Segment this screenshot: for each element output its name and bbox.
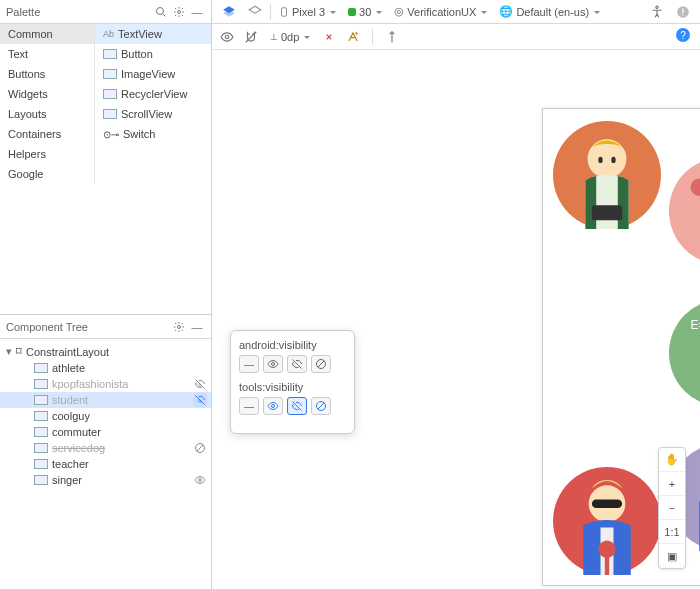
palette-body: Common Text Buttons Widgets Layouts Cont… bbox=[0, 24, 211, 184]
avatar-teacher[interactable]: E=mc²✦ bbox=[669, 299, 700, 407]
category-widgets[interactable]: Widgets bbox=[0, 84, 94, 104]
gear-icon[interactable] bbox=[171, 319, 187, 335]
tree-label: commuter bbox=[52, 426, 205, 438]
device-name: Pixel 3 bbox=[292, 6, 325, 18]
category-google[interactable]: Google bbox=[0, 164, 94, 184]
design-canvas[interactable]: 🔧 E=mc²✦ bbox=[212, 50, 700, 589]
widget-textview[interactable]: AbTextView bbox=[95, 24, 211, 44]
api-select[interactable]: 30 bbox=[344, 3, 386, 21]
gone-icon[interactable] bbox=[193, 441, 207, 455]
locale-select[interactable]: 🌐Default (en-us) bbox=[495, 3, 604, 21]
svg-point-55 bbox=[272, 405, 275, 408]
tree-label: coolguy bbox=[52, 410, 205, 422]
guidelines-icon[interactable] bbox=[383, 28, 401, 46]
category-containers[interactable]: Containers bbox=[0, 124, 94, 144]
category-layouts[interactable]: Layouts bbox=[0, 104, 94, 124]
tree-item-student[interactable]: student bbox=[0, 392, 211, 408]
accessibility-icon[interactable] bbox=[646, 3, 668, 21]
tree-root[interactable]: ▾ ⌑ ConstraintLayout bbox=[0, 343, 211, 360]
infer-constraints-icon[interactable] bbox=[344, 28, 362, 46]
tools-vis-invisible[interactable] bbox=[287, 397, 307, 415]
device-select[interactable]: Pixel 3 bbox=[275, 3, 340, 21]
zoom-frame-button[interactable]: ▣ bbox=[659, 544, 685, 568]
widget-label: ScrollView bbox=[121, 108, 172, 120]
palette-categories: Common Text Buttons Widgets Layouts Cont… bbox=[0, 24, 95, 184]
eye-off-icon[interactable] bbox=[193, 377, 207, 391]
magnet-icon[interactable] bbox=[242, 28, 260, 46]
eye-icon[interactable] bbox=[193, 473, 207, 487]
gear-icon[interactable] bbox=[171, 4, 187, 20]
component-tree-title: Component Tree bbox=[6, 321, 169, 333]
svg-point-31 bbox=[669, 299, 700, 407]
category-buttons[interactable]: Buttons bbox=[0, 64, 94, 84]
widget-button[interactable]: Button bbox=[95, 44, 211, 64]
svg-line-54 bbox=[318, 361, 324, 367]
search-icon[interactable] bbox=[153, 4, 169, 20]
tools-vis-gone[interactable] bbox=[311, 397, 331, 415]
android-vis-none[interactable]: — bbox=[239, 355, 259, 373]
category-common[interactable]: Common bbox=[0, 24, 94, 44]
blueprint-icon[interactable] bbox=[244, 3, 266, 21]
tree-label: student bbox=[52, 394, 205, 406]
palette-header: Palette — bbox=[0, 0, 211, 24]
svg-point-14 bbox=[225, 35, 229, 39]
widget-switch[interactable]: ⊙⊸Switch bbox=[95, 124, 211, 144]
warnings-icon[interactable] bbox=[672, 3, 694, 21]
layers-icon[interactable] bbox=[218, 3, 240, 21]
tools-vis-visible[interactable] bbox=[263, 397, 283, 415]
tools-visibility-icon[interactable] bbox=[193, 393, 207, 407]
svg-point-20 bbox=[598, 157, 602, 163]
tree-label: servicedog bbox=[52, 442, 205, 454]
theme-select[interactable]: ◎VerificationUX bbox=[390, 3, 491, 21]
palette-widgets: AbTextView Button ImageView RecyclerView… bbox=[95, 24, 211, 184]
android-vis-gone[interactable] bbox=[311, 355, 331, 373]
zoom-in-button[interactable]: + bbox=[659, 472, 685, 496]
tree-item-coolguy[interactable]: coolguy bbox=[0, 408, 211, 424]
svg-point-16 bbox=[356, 32, 357, 33]
avatar-kpopfashionista[interactable] bbox=[669, 157, 700, 265]
tree-expand-icon[interactable]: ▾ bbox=[6, 345, 16, 358]
tree-item-athlete[interactable]: athlete bbox=[0, 360, 211, 376]
category-text[interactable]: Text bbox=[0, 44, 94, 64]
svg-line-57 bbox=[318, 403, 324, 409]
svg-point-3 bbox=[178, 325, 181, 328]
tree-item-teacher[interactable]: teacher bbox=[0, 456, 211, 472]
palette-blank bbox=[0, 184, 211, 314]
popover-android-label: android:visibility bbox=[239, 339, 346, 351]
category-helpers[interactable]: Helpers bbox=[0, 144, 94, 164]
tools-vis-none[interactable]: — bbox=[239, 397, 259, 415]
zoom-out-button[interactable]: − bbox=[659, 496, 685, 520]
widget-recyclerview[interactable]: RecyclerView bbox=[95, 84, 211, 104]
svg-rect-41 bbox=[592, 499, 622, 508]
pan-button[interactable]: ✋ bbox=[659, 448, 685, 472]
svg-point-52 bbox=[272, 363, 275, 366]
tree-item-kpopfashionista[interactable]: kpopfashionista bbox=[0, 376, 211, 392]
eye-icon[interactable] bbox=[218, 28, 236, 46]
svg-line-5 bbox=[197, 445, 203, 451]
tree-item-servicedog[interactable]: servicedog bbox=[0, 440, 211, 456]
collapse-icon[interactable]: — bbox=[189, 319, 205, 335]
widget-imageview[interactable]: ImageView bbox=[95, 64, 211, 84]
default-margin[interactable]: ⊥0dp bbox=[266, 28, 314, 46]
android-vis-visible[interactable] bbox=[263, 355, 283, 373]
svg-line-1 bbox=[163, 13, 166, 16]
clear-constraints-icon[interactable] bbox=[320, 28, 338, 46]
zoom-controls: ✋ + − 1:1 ▣ bbox=[658, 447, 686, 569]
svg-point-19 bbox=[588, 139, 627, 178]
component-tree-panel: Component Tree — ▾ ⌑ ConstraintLayout at… bbox=[0, 314, 211, 589]
tree-item-singer[interactable]: singer bbox=[0, 472, 211, 488]
collapse-icon[interactable]: — bbox=[189, 4, 205, 20]
margin-value: 0dp bbox=[281, 31, 299, 43]
svg-point-23 bbox=[669, 157, 700, 265]
widget-scrollview[interactable]: ScrollView bbox=[95, 104, 211, 124]
tree-item-commuter[interactable]: commuter bbox=[0, 424, 211, 440]
tree-label: athlete bbox=[52, 362, 205, 374]
zoom-fit-button[interactable]: 1:1 bbox=[659, 520, 685, 544]
tree-label: kpopfashionista bbox=[52, 378, 205, 390]
svg-point-42 bbox=[598, 540, 615, 557]
help-icon[interactable]: ? bbox=[676, 28, 690, 42]
tree-label: teacher bbox=[52, 458, 205, 470]
android-vis-invisible[interactable] bbox=[287, 355, 307, 373]
avatar-coolguy[interactable] bbox=[553, 467, 661, 575]
avatar-athlete[interactable] bbox=[553, 121, 661, 229]
